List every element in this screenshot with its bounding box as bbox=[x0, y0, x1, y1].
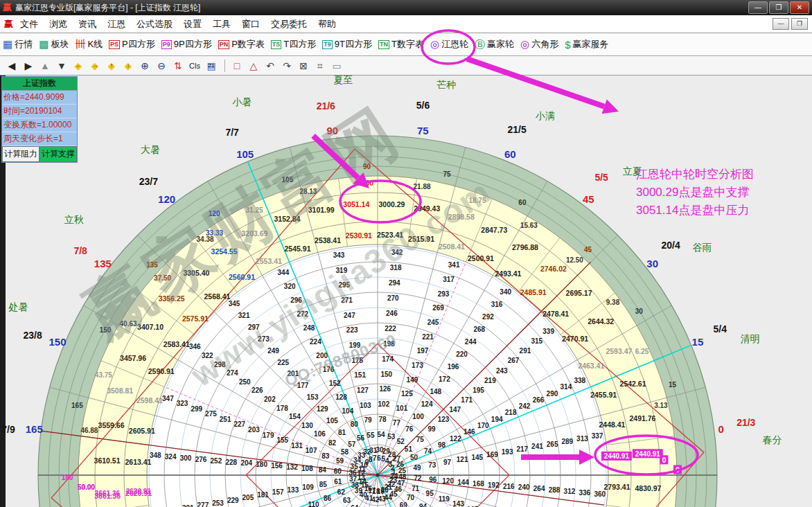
svg-text:72: 72 bbox=[414, 474, 422, 482]
svg-text:3457.96: 3457.96 bbox=[120, 354, 146, 362]
annotation-title: 江恩轮中轮时空分析图 bbox=[636, 166, 754, 184]
close-button[interactable]: ✕ bbox=[790, 1, 809, 14]
p-table-button[interactable]: PNP数字表 bbox=[218, 38, 265, 51]
move-left-icon[interactable]: ◆← bbox=[71, 59, 86, 73]
winner-wheel-button[interactable]: Ⓑ赢家轮 bbox=[475, 38, 514, 51]
svg-text:2644.32: 2644.32 bbox=[588, 317, 614, 326]
svg-text:46.88: 46.88 bbox=[80, 427, 98, 434]
svg-text:69: 69 bbox=[400, 501, 408, 507]
zoom-in-icon[interactable]: ⊕ bbox=[137, 59, 152, 73]
pyramid-up-icon[interactable]: ▲ bbox=[37, 59, 53, 73]
svg-text:180: 180 bbox=[62, 474, 73, 481]
svg-text:119: 119 bbox=[439, 495, 450, 503]
menu-file[interactable]: 文件 bbox=[20, 18, 38, 30]
svg-text:171: 171 bbox=[461, 396, 473, 404]
menu-window[interactable]: 窗口 bbox=[242, 18, 260, 30]
svg-text:23/8: 23/8 bbox=[23, 330, 42, 341]
9t-square-button[interactable]: T99T四方形 bbox=[322, 38, 372, 51]
square-tool-icon[interactable]: □ bbox=[229, 59, 245, 73]
svg-text:0: 0 bbox=[662, 456, 667, 464]
p-square-button[interactable]: PSP四方形 bbox=[109, 38, 155, 51]
next-arrow-icon[interactable]: ▶ bbox=[21, 59, 36, 73]
mdi-minimize-button[interactable]: — bbox=[773, 18, 789, 30]
svg-text:223: 223 bbox=[346, 326, 358, 334]
svg-text:196: 196 bbox=[448, 363, 459, 371]
gann-wheel-button-label: 江恩轮 bbox=[441, 38, 468, 51]
kline-button[interactable]: 卌K线 bbox=[75, 38, 103, 51]
mdi-restore-button[interactable]: ❐ bbox=[791, 18, 808, 30]
svg-text:155: 155 bbox=[276, 436, 288, 444]
instrument-name: 上证指数 bbox=[2, 77, 77, 91]
svg-text:64: 64 bbox=[351, 504, 359, 507]
svg-text:289: 289 bbox=[561, 438, 573, 445]
svg-text:102: 102 bbox=[378, 400, 390, 408]
menu-browse[interactable]: 浏览 bbox=[49, 18, 67, 30]
calendar-icon-overlay: 21 bbox=[204, 59, 219, 73]
calendar-icon[interactable]: ▤21 bbox=[204, 59, 219, 73]
svg-text:21.88: 21.88 bbox=[414, 183, 431, 190]
calc-resistance-button[interactable]: 计算阻力 bbox=[2, 146, 39, 162]
winner-service-button[interactable]: $赢家服务 bbox=[565, 38, 608, 51]
rotate-cw-icon[interactable]: ↷ bbox=[279, 59, 294, 73]
svg-text:173: 173 bbox=[412, 362, 423, 369]
svg-text:288: 288 bbox=[549, 486, 561, 494]
triangle-tool-icon[interactable]: △ bbox=[246, 59, 261, 73]
drawing-toolbar: ◀▶▲▼◆←◆→◆↑◆↓⊕⊖⇅Cls▤21□△↶↷⊠⌗▭ bbox=[0, 56, 812, 75]
svg-text:108: 108 bbox=[301, 465, 313, 472]
svg-text:264: 264 bbox=[533, 485, 545, 492]
sectors-button[interactable]: ▩板块 bbox=[39, 38, 69, 51]
calc-support-button[interactable]: 计算支撑 bbox=[39, 146, 77, 162]
svg-text:276: 276 bbox=[195, 456, 207, 463]
svg-text:30: 30 bbox=[646, 258, 658, 269]
rotate-ccw-icon[interactable]: ↶ bbox=[263, 59, 278, 73]
svg-text:2575.91: 2575.91 bbox=[182, 314, 209, 323]
cls-button[interactable]: Cls bbox=[187, 59, 202, 73]
move-up-icon[interactable]: ◆↑ bbox=[104, 59, 119, 73]
expand-icon[interactable]: ⊠ bbox=[296, 59, 311, 73]
move-right-icon[interactable]: ◆→ bbox=[87, 59, 103, 73]
t-table-button[interactable]: TNT数字表 bbox=[378, 38, 424, 51]
svg-text:3051.14: 3051.14 bbox=[343, 200, 369, 208]
svg-text:9.38: 9.38 bbox=[606, 299, 620, 306]
svg-text:2478.41: 2478.41 bbox=[542, 310, 569, 318]
menu-help[interactable]: 帮助 bbox=[318, 18, 336, 30]
9p-square-button[interactable]: P99P四方形 bbox=[161, 38, 212, 51]
collapse-icon[interactable]: ⌗ bbox=[312, 59, 328, 73]
menu-news[interactable]: 资讯 bbox=[78, 18, 96, 30]
canvas-icon[interactable]: ▭ bbox=[329, 59, 344, 73]
svg-text:244: 244 bbox=[465, 338, 477, 346]
svg-text:2538.41: 2538.41 bbox=[315, 236, 341, 244]
maximize-button[interactable]: ❐ bbox=[769, 1, 788, 14]
svg-text:130: 130 bbox=[301, 422, 313, 429]
svg-text:2470.91: 2470.91 bbox=[562, 335, 588, 343]
zoom-out-icon[interactable]: ⊖ bbox=[154, 59, 169, 73]
minimize-button[interactable]: — bbox=[748, 1, 768, 14]
svg-text:43.75: 43.75 bbox=[95, 371, 112, 379]
menu-tools[interactable]: 工具 bbox=[213, 18, 231, 30]
svg-text:7: 7 bbox=[373, 454, 377, 462]
gann-wheel-button[interactable]: ◎江恩轮 bbox=[430, 38, 468, 51]
move-down-icon[interactable]: ◆↓ bbox=[121, 59, 136, 73]
menu-gann[interactable]: 江恩 bbox=[107, 18, 125, 30]
svg-text:268: 268 bbox=[473, 326, 485, 333]
menu-settings[interactable]: 设置 bbox=[184, 18, 202, 30]
svg-text:20/4: 20/4 bbox=[662, 240, 680, 251]
svg-text:70: 70 bbox=[407, 494, 415, 501]
menu-stock-picker[interactable]: 公式选股 bbox=[136, 18, 173, 30]
updown-icon[interactable]: ⇅ bbox=[170, 59, 186, 73]
gann-wheel-chart[interactable]: 1234567891011121314151617181920212223242… bbox=[0, 75, 812, 507]
pyramid-down-icon[interactable]: ▼ bbox=[54, 59, 69, 73]
sectors-button-icon: ▩ bbox=[39, 38, 48, 51]
quotes-button[interactable]: ▦行情 bbox=[3, 38, 33, 51]
svg-text:227: 227 bbox=[233, 420, 245, 428]
svg-text:2598.41: 2598.41 bbox=[136, 396, 163, 404]
menu-trade[interactable]: 交易委托 bbox=[271, 18, 307, 30]
svg-text:12.50: 12.50 bbox=[566, 256, 583, 264]
svg-text:51: 51 bbox=[405, 445, 413, 453]
prev-arrow-icon[interactable]: ◀ bbox=[4, 59, 19, 73]
svg-text:345: 345 bbox=[229, 300, 240, 308]
hexagon-button[interactable]: ◎六角形 bbox=[520, 38, 558, 51]
t-square-button[interactable]: TST四方形 bbox=[271, 38, 316, 51]
sectors-button-label: 板块 bbox=[51, 38, 69, 51]
svg-text:360: 360 bbox=[594, 490, 606, 498]
